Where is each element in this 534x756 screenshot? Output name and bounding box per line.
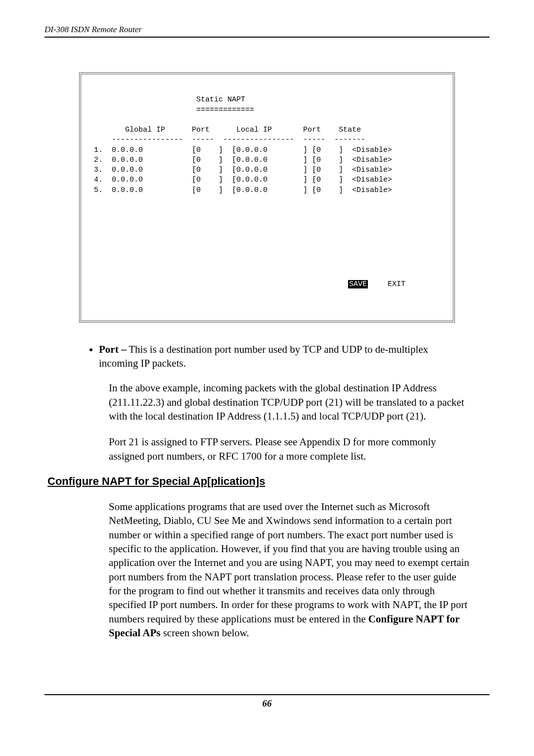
terminal-column-dashes: ---------------- ----- ---------------- … (94, 136, 365, 144)
terminal-screenshot: Static NAPT ============= Global IP Port… (79, 72, 455, 323)
bullet-port-text: This is a destination port number used b… (99, 343, 428, 369)
page-number: 66 (263, 698, 272, 709)
terminal-title-underline: ============= (94, 106, 254, 114)
terminal-row-2: 2. 0.0.0.0 [0 ] [0.0.0.0 ] [0 ] <Disable… (94, 156, 392, 164)
save-button[interactable]: SAVE (348, 280, 368, 288)
page-footer: 66 (44, 694, 490, 709)
section-heading-napt-special: Configure NAPT for Special Ap[plication]… (47, 475, 490, 488)
bullet-port: Port – This is a destination port number… (99, 342, 490, 371)
terminal-column-header: Global IP Port Local IP Port State (94, 126, 361, 134)
paragraph-napt-special: Some applications programs that are used… (109, 500, 470, 640)
terminal-row-4: 4. 0.0.0.0 [0 ] [0.0.0.0 ] [0 ] <Disable… (94, 176, 392, 184)
paragraph-ftp-note: Port 21 is assigned to FTP servers. Plea… (109, 435, 470, 463)
para3-part-b: screen shown below. (160, 627, 249, 639)
bullet-list: Port – This is a destination port number… (99, 342, 490, 371)
para3-part-a: Some applications programs that are used… (109, 501, 469, 625)
doc-header: DI-308 ISDN Remote Router (44, 25, 490, 38)
terminal-row-3: 3. 0.0.0.0 [0 ] [0.0.0.0 ] [0 ] <Disable… (94, 166, 392, 174)
bullet-port-label: Port – (99, 343, 126, 355)
exit-button[interactable]: EXIT (388, 280, 405, 288)
terminal-row-5: 5. 0.0.0.0 [0 ] [0.0.0.0 ] [0 ] <Disable… (94, 186, 392, 194)
terminal-row-1: 1. 0.0.0.0 [0 ] [0.0.0.0 ] [0 ] <Disable… (94, 146, 392, 154)
terminal-title: Static NAPT (94, 95, 245, 104)
paragraph-example: In the above example, incoming packets w… (109, 381, 470, 423)
terminal-footer: SAVEEXIT (94, 280, 440, 289)
